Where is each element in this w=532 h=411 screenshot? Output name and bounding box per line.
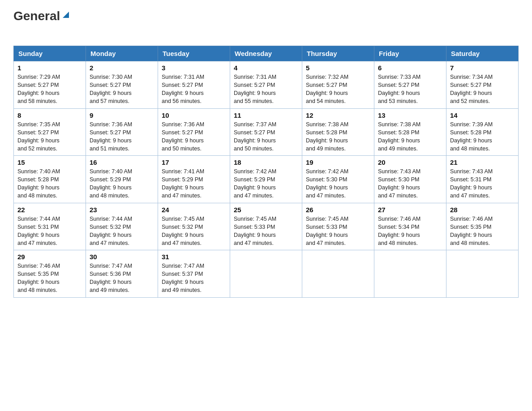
day-info: Sunrise: 7:38 AMSunset: 5:28 PMDaylight:… — [306, 121, 348, 152]
day-info: Sunrise: 7:46 AMSunset: 5:35 PMDaylight:… — [450, 216, 493, 246]
logo: General — [13, 9, 71, 23]
day-number: 1 — [17, 64, 82, 72]
day-info: Sunrise: 7:42 AMSunset: 5:29 PMDaylight:… — [234, 168, 276, 199]
day-info: Sunrise: 7:45 AMSunset: 5:33 PMDaylight:… — [234, 216, 276, 246]
calendar-cell — [446, 250, 519, 298]
logo-general-text: General — [13, 9, 60, 23]
day-number: 28 — [450, 206, 515, 214]
day-info: Sunrise: 7:45 AMSunset: 5:33 PMDaylight:… — [306, 216, 348, 246]
calendar-cell: 26Sunrise: 7:45 AMSunset: 5:33 PMDayligh… — [302, 203, 374, 250]
day-number: 10 — [162, 111, 226, 119]
calendar-cell: 23Sunrise: 7:44 AMSunset: 5:32 PMDayligh… — [86, 203, 158, 250]
calendar-cell: 29Sunrise: 7:46 AMSunset: 5:35 PMDayligh… — [14, 250, 86, 298]
calendar-week-row: 22Sunrise: 7:44 AMSunset: 5:31 PMDayligh… — [14, 203, 519, 250]
day-header-monday: Monday — [86, 46, 158, 61]
day-info: Sunrise: 7:31 AMSunset: 5:27 PMDaylight:… — [234, 74, 276, 104]
calendar-cell: 24Sunrise: 7:45 AMSunset: 5:32 PMDayligh… — [158, 203, 230, 250]
day-number: 14 — [450, 111, 515, 119]
day-info: Sunrise: 7:41 AMSunset: 5:29 PMDaylight:… — [162, 168, 204, 199]
day-info: Sunrise: 7:45 AMSunset: 5:32 PMDaylight:… — [162, 216, 204, 246]
logo-area: General — [13, 9, 71, 38]
calendar-week-row: 15Sunrise: 7:40 AMSunset: 5:28 PMDayligh… — [14, 156, 519, 203]
calendar-cell: 28Sunrise: 7:46 AMSunset: 5:35 PMDayligh… — [446, 203, 519, 250]
day-number: 7 — [450, 64, 515, 72]
calendar-cell: 5Sunrise: 7:32 AMSunset: 5:27 PMDaylight… — [302, 61, 374, 109]
day-header-sunday: Sunday — [14, 46, 86, 61]
day-info: Sunrise: 7:39 AMSunset: 5:28 PMDaylight:… — [450, 121, 493, 152]
day-number: 29 — [17, 253, 82, 261]
day-info: Sunrise: 7:42 AMSunset: 5:30 PMDaylight:… — [306, 168, 348, 199]
day-info: Sunrise: 7:31 AMSunset: 5:27 PMDaylight:… — [162, 74, 204, 104]
day-number: 18 — [234, 158, 298, 166]
calendar-cell: 22Sunrise: 7:44 AMSunset: 5:31 PMDayligh… — [14, 203, 86, 250]
day-number: 17 — [162, 158, 226, 166]
calendar-week-row: 29Sunrise: 7:46 AMSunset: 5:35 PMDayligh… — [14, 250, 519, 298]
calendar-cell: 21Sunrise: 7:43 AMSunset: 5:31 PMDayligh… — [446, 156, 519, 203]
day-info: Sunrise: 7:35 AMSunset: 5:27 PMDaylight:… — [17, 121, 60, 152]
day-number: 27 — [378, 206, 442, 214]
day-info: Sunrise: 7:46 AMSunset: 5:34 PMDaylight:… — [378, 216, 420, 246]
calendar-table: SundayMondayTuesdayWednesdayThursdayFrid… — [13, 46, 519, 298]
calendar-week-row: 8Sunrise: 7:35 AMSunset: 5:27 PMDaylight… — [14, 108, 519, 156]
calendar-cell: 20Sunrise: 7:43 AMSunset: 5:30 PMDayligh… — [374, 156, 446, 203]
calendar-cell: 9Sunrise: 7:36 AMSunset: 5:27 PMDaylight… — [86, 108, 158, 156]
day-info: Sunrise: 7:36 AMSunset: 5:27 PMDaylight:… — [90, 121, 132, 152]
day-number: 5 — [306, 64, 370, 72]
day-number: 16 — [90, 158, 154, 166]
calendar-cell: 18Sunrise: 7:42 AMSunset: 5:29 PMDayligh… — [230, 156, 302, 203]
day-number: 21 — [450, 158, 515, 166]
day-info: Sunrise: 7:36 AMSunset: 5:27 PMDaylight:… — [162, 121, 204, 152]
day-number: 8 — [17, 111, 82, 119]
day-header-wednesday: Wednesday — [230, 46, 302, 61]
day-info: Sunrise: 7:33 AMSunset: 5:27 PMDaylight:… — [378, 74, 420, 104]
calendar-cell — [230, 250, 302, 298]
calendar-cell: 11Sunrise: 7:37 AMSunset: 5:27 PMDayligh… — [230, 108, 302, 156]
calendar-cell: 6Sunrise: 7:33 AMSunset: 5:27 PMDaylight… — [374, 61, 446, 109]
calendar-cell: 25Sunrise: 7:45 AMSunset: 5:33 PMDayligh… — [230, 203, 302, 250]
day-number: 11 — [234, 111, 298, 119]
day-info: Sunrise: 7:34 AMSunset: 5:27 PMDaylight:… — [450, 74, 493, 104]
day-header-saturday: Saturday — [446, 46, 519, 61]
day-info: Sunrise: 7:43 AMSunset: 5:30 PMDaylight:… — [378, 168, 420, 199]
day-number: 3 — [162, 64, 226, 72]
day-info: Sunrise: 7:44 AMSunset: 5:32 PMDaylight:… — [90, 216, 132, 246]
day-info: Sunrise: 7:47 AMSunset: 5:36 PMDaylight:… — [90, 263, 132, 293]
logo-triangle-icon — [61, 10, 71, 21]
day-info: Sunrise: 7:46 AMSunset: 5:35 PMDaylight:… — [17, 263, 60, 293]
day-number: 30 — [90, 253, 154, 261]
calendar-cell: 30Sunrise: 7:47 AMSunset: 5:36 PMDayligh… — [86, 250, 158, 298]
calendar-cell: 12Sunrise: 7:38 AMSunset: 5:28 PMDayligh… — [302, 108, 374, 156]
day-info: Sunrise: 7:43 AMSunset: 5:31 PMDaylight:… — [450, 168, 493, 199]
day-number: 25 — [234, 206, 298, 214]
calendar-cell: 15Sunrise: 7:40 AMSunset: 5:28 PMDayligh… — [14, 156, 86, 203]
calendar-cell: 10Sunrise: 7:36 AMSunset: 5:27 PMDayligh… — [158, 108, 230, 156]
day-info: Sunrise: 7:40 AMSunset: 5:29 PMDaylight:… — [90, 168, 132, 199]
calendar-cell: 31Sunrise: 7:47 AMSunset: 5:37 PMDayligh… — [158, 250, 230, 298]
day-info: Sunrise: 7:29 AMSunset: 5:27 PMDaylight:… — [17, 74, 60, 104]
day-header-thursday: Thursday — [302, 46, 374, 61]
day-header-friday: Friday — [374, 46, 446, 61]
day-number: 24 — [162, 206, 226, 214]
calendar-header-row: SundayMondayTuesdayWednesdayThursdayFrid… — [14, 46, 519, 61]
day-number: 19 — [306, 158, 370, 166]
day-number: 31 — [162, 253, 226, 261]
day-number: 13 — [378, 111, 442, 119]
calendar-cell: 19Sunrise: 7:42 AMSunset: 5:30 PMDayligh… — [302, 156, 374, 203]
logo-blue-row — [13, 23, 14, 38]
day-info: Sunrise: 7:44 AMSunset: 5:31 PMDaylight:… — [17, 216, 60, 246]
calendar-cell — [302, 250, 374, 298]
calendar-cell: 2Sunrise: 7:30 AMSunset: 5:27 PMDaylight… — [86, 61, 158, 109]
calendar-cell: 17Sunrise: 7:41 AMSunset: 5:29 PMDayligh… — [158, 156, 230, 203]
calendar-cell: 1Sunrise: 7:29 AMSunset: 5:27 PMDaylight… — [14, 61, 86, 109]
calendar-week-row: 1Sunrise: 7:29 AMSunset: 5:27 PMDaylight… — [14, 61, 519, 109]
calendar-cell — [374, 250, 446, 298]
day-number: 22 — [17, 206, 82, 214]
day-number: 15 — [17, 158, 82, 166]
calendar-cell: 7Sunrise: 7:34 AMSunset: 5:27 PMDaylight… — [446, 61, 519, 109]
calendar-cell: 8Sunrise: 7:35 AMSunset: 5:27 PMDaylight… — [14, 108, 86, 156]
day-number: 20 — [378, 158, 442, 166]
day-number: 26 — [306, 206, 370, 214]
day-info: Sunrise: 7:47 AMSunset: 5:37 PMDaylight:… — [162, 263, 204, 293]
day-info: Sunrise: 7:37 AMSunset: 5:27 PMDaylight:… — [234, 121, 276, 152]
day-number: 23 — [90, 206, 154, 214]
